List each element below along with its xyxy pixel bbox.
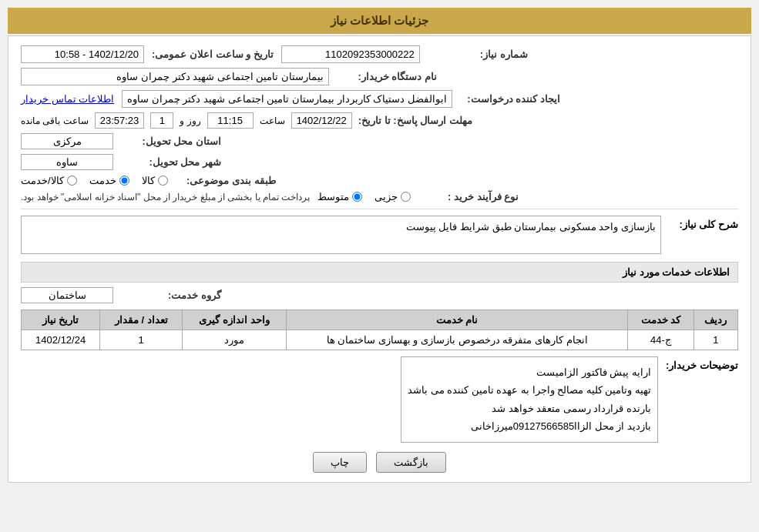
deadline-remaining-label: ساعت باقی مانده [21,115,89,126]
deadline-label: مهلت ارسال پاسخ: تا تاریخ: [358,115,472,126]
category-option-2: خدمت [89,175,129,186]
category-radio-2[interactable] [119,176,129,186]
services-table: ردیف کد خدمت نام خدمت واحد اندازه گیری ت… [21,309,738,350]
print-button[interactable]: چاپ [313,452,367,473]
services-section-title: اطلاعات خدمات مورد نیاز [21,262,738,283]
reference-number-value: 1102092353000222 [281,45,420,63]
service-group-label: گروه خدمت: [121,289,221,301]
buyer-org-label: نام دستگاه خریدار: [337,71,437,82]
page-title: جزئیات اطلاعات نیاز [331,14,428,27]
purchase-type-radio-group: متوسط جزیی [317,191,411,202]
deadline-time-value: 11:15 [207,112,254,129]
col-unit: واحد اندازه گیری [183,310,287,330]
announcement-date-label: تاریخ و ساعت اعلان عمومی: [152,49,274,60]
announcement-date-value: 1402/12/20 - 10:58 [21,45,144,63]
creator-label: ایجاد کننده درخواست: [460,93,560,105]
row-deadline: مهلت ارسال پاسخ: تا تاریخ: 1402/12/22 سا… [21,112,738,129]
deadline-days-label: روز و [180,115,200,126]
deadline-remaining-value: 23:57:23 [95,112,145,129]
service-group-value: ساختمان [21,287,113,303]
row-province: استان محل تحویل: مرکزی [21,133,738,149]
row-description: شرح کلی نیاز: بازسازی واحد مسکونی بیمارس… [21,216,738,254]
row-service-group: گروه خدمت: ساختمان [21,287,738,303]
purchase-type-2: متوسط [317,191,362,202]
category-radio-group: کالا/خدمت خدمت کالا [21,175,168,186]
page-header: جزئیات اطلاعات نیاز [8,8,751,34]
buttons-row: بازگشت چاپ [21,452,738,473]
col-row-num: ردیف [694,310,737,330]
buyer-note-line: بازدید از محل الزاا09127566585میرزاخانی [408,417,651,435]
purchase-type-note: پرداخت تمام یا بخشی از مبلغ خریدار از مح… [21,192,310,202]
col-date: تاریخ نیاز [22,310,100,330]
buyer-note-line: ارایه پیش فاکتور الزامیست [408,363,651,381]
purchase-type-radio-1[interactable] [401,192,411,202]
description-box: بازسازی واحد مسکونی بیمارستان طبق شرایط … [21,216,661,254]
province-value: مرکزی [21,133,113,149]
row-category: طبقه بندی موضوعی: کالا/خدمت خدمت کالا [21,175,738,186]
row-reference: شماره نیاز: 1102092353000222 تاریخ و ساع… [21,45,738,63]
deadline-time-label: ساعت [260,115,285,126]
city-label: شهر محل تحویل: [121,156,221,168]
buyer-notes-box: ارایه پیش فاکتور الزامیستتهیه وتامین کلی… [401,356,658,443]
purchase-type-1: جزیی [374,191,411,202]
buyer-note-line: تهیه وتامین کلیه مصالح واجرا به عهده تام… [408,381,651,399]
purchase-type-radio-2[interactable] [352,192,362,202]
category-radio-3[interactable] [67,176,77,186]
col-quantity: تعداد / مقدار [100,310,183,330]
buyer-notes-label: توضیحات خریدار: [666,356,738,371]
deadline-date-value: 1402/12/22 [291,112,352,129]
creator-value: ابوالفضل دستیاک کاربردار بیمارستان تامین… [122,90,452,108]
category-option-1: کالا [142,175,168,186]
category-option-1-label: کالا [142,175,155,186]
purchase-type-label: نوع فرآیند خرید : [418,191,519,202]
row-creator: ایجاد کننده درخواست: ابوالفضل دستیاک کار… [21,90,738,108]
buyer-note-line: بارنده قرارداد رسمی متعقد خواهد شد [408,400,651,417]
deadline-days-value: 1 [150,112,173,129]
col-service-code: کد خدمت [628,310,694,330]
row-purchase-type: نوع فرآیند خرید : متوسط جزیی پرداخت تمام… [21,191,738,202]
row-buyer-notes: توضیحات خریدار: ارایه پیش فاکتور الزامیس… [21,356,738,443]
description-label: شرح کلی نیاز: [669,216,738,230]
category-label: طبقه بندی موضوعی: [176,175,276,186]
buyer-org-value: بیمارستان تامین اجتماعی شهید دکتر چمران … [21,68,329,85]
city-value: ساوه [21,154,113,170]
row-buyer-org: نام دستگاه خریدار: بیمارستان تامین اجتما… [21,68,738,85]
category-option-3: کالا/خدمت [21,175,77,186]
main-card: شماره نیاز: 1102092353000222 تاریخ و ساع… [8,35,751,483]
services-section-label: اطلاعات خدمات مورد نیاز [623,266,730,278]
category-option-2-label: خدمت [89,175,116,186]
category-radio-1[interactable] [158,176,168,186]
table-row: 1ج-44انجام کارهای متفرقه درخصوص بازسازی … [22,330,738,350]
back-button[interactable]: بازگشت [376,452,446,473]
purchase-type-2-label: متوسط [317,191,349,202]
row-city: شهر محل تحویل: ساوه [21,154,738,170]
province-label: استان محل تحویل: [121,136,221,147]
page-container: جزئیات اطلاعات نیاز شماره نیاز: 11020923… [0,0,759,532]
col-service-name: نام خدمت [286,310,627,330]
reference-number-label: شماره نیاز: [428,49,528,60]
category-option-3-label: کالا/خدمت [21,175,64,186]
purchase-type-1-label: جزیی [374,191,398,202]
description-value: بازسازی واحد مسکونی بیمارستان طبق شرایط … [406,221,656,233]
contact-link[interactable]: اطلاعات تماس خریدار [21,93,114,105]
